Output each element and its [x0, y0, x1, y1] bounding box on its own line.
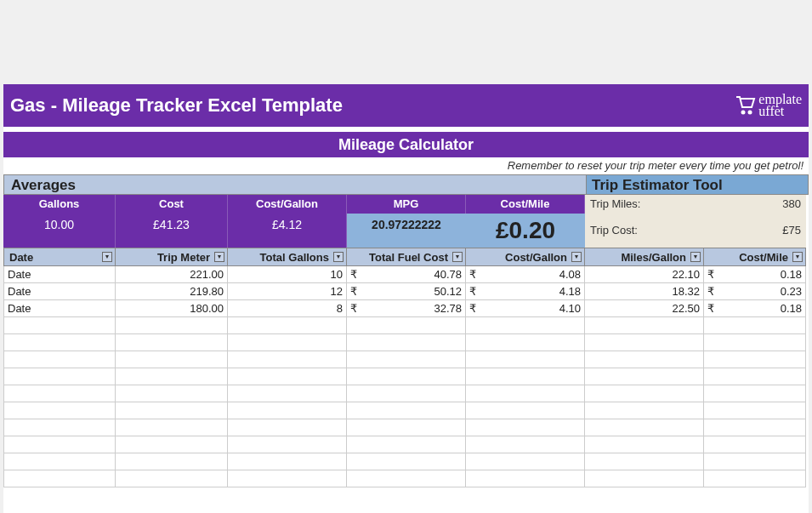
cell-total-gallons[interactable]: 10	[228, 266, 347, 283]
table-header-row: Date ▼ Trip Meter ▼ Total Gallons ▼ Tota…	[3, 248, 809, 266]
logo: emplate uffet	[733, 92, 802, 119]
cell-date[interactable]: Date	[3, 300, 116, 317]
table-row-empty[interactable]	[3, 419, 809, 436]
col-trip-meter[interactable]: Trip Meter ▼	[116, 248, 228, 266]
avg-value-cost-gallon: £4.12	[228, 214, 347, 248]
trip-miles-value[interactable]: 380	[704, 195, 806, 214]
col-total-gallons[interactable]: Total Gallons ▼	[228, 248, 347, 266]
section-headers: Averages Trip Estimator Tool	[3, 174, 809, 195]
cell-cost-mile[interactable]: ₹0.23	[704, 283, 806, 300]
avg-label-mpg: MPG	[347, 195, 466, 214]
avg-value-cost: £41.23	[116, 214, 228, 248]
cell-total-gallons[interactable]: 8	[228, 300, 347, 317]
table-row-empty[interactable]	[3, 334, 809, 351]
trip-cost-label: Trip Cost:	[585, 214, 704, 248]
logo-text-2: uffet	[758, 105, 802, 117]
cart-icon	[733, 92, 757, 119]
filter-icon[interactable]: ▼	[102, 252, 112, 262]
table-row-empty[interactable]	[3, 453, 809, 470]
svg-point-0	[741, 111, 746, 115]
table-row-empty[interactable]	[3, 402, 809, 419]
col-total-fuel-cost[interactable]: Total Fuel Cost ▼	[347, 248, 466, 266]
table-row[interactable]: Date221.0010₹40.78₹4.0822.10₹0.18	[3, 266, 809, 283]
cell-date[interactable]: Date	[3, 266, 116, 283]
cell-trip-meter[interactable]: 219.80	[116, 283, 228, 300]
avg-value-gallons: 10.00	[3, 214, 116, 248]
table-row-empty[interactable]	[3, 470, 809, 487]
avg-label-cost: Cost	[116, 195, 228, 214]
averages-header: Averages	[3, 174, 587, 195]
data-rows: Date221.0010₹40.78₹4.0822.10₹0.18Date219…	[3, 266, 809, 487]
cell-trip-meter[interactable]: 221.00	[116, 266, 228, 283]
filter-icon[interactable]: ▼	[333, 252, 344, 262]
cell-cost-gallon[interactable]: ₹4.08	[466, 266, 585, 283]
title-bar: Gas - Mileage Tracker Excel Template emp…	[3, 84, 809, 127]
trip-miles-label: Trip Miles:	[585, 195, 704, 214]
cell-miles-gallon[interactable]: 22.50	[585, 300, 704, 317]
table-row-empty[interactable]	[3, 317, 809, 334]
col-cost-gallon[interactable]: Cost/Gallon ▼	[466, 248, 585, 266]
table-row-empty[interactable]	[3, 436, 809, 453]
cell-miles-gallon[interactable]: 22.10	[585, 266, 704, 283]
table-row-empty[interactable]	[3, 351, 809, 368]
avg-value-cost-mile: £0.20	[466, 214, 585, 248]
col-cost-mile[interactable]: Cost/Mile ▼	[704, 248, 806, 266]
filter-icon[interactable]: ▼	[571, 252, 582, 262]
averages-label-row: Gallons Cost Cost/Gallon MPG Cost/Mile T…	[3, 195, 809, 214]
filter-icon[interactable]: ▼	[690, 252, 701, 262]
avg-label-gallons: Gallons	[3, 195, 116, 214]
cell-total-gallons[interactable]: 12	[228, 283, 347, 300]
spreadsheet-container: Gas - Mileage Tracker Excel Template emp…	[3, 84, 809, 513]
cell-cost-mile[interactable]: ₹0.18	[704, 266, 806, 283]
table-row-empty[interactable]	[3, 368, 809, 385]
trip-cost-value: £75	[704, 214, 806, 248]
cell-total-fuel-cost[interactable]: ₹50.12	[347, 283, 466, 300]
table-row[interactable]: Date219.8012₹50.12₹4.1818.32₹0.23	[3, 283, 809, 300]
cell-cost-gallon[interactable]: ₹4.10	[466, 300, 585, 317]
filter-icon[interactable]: ▼	[792, 252, 803, 262]
cell-total-fuel-cost[interactable]: ₹40.78	[347, 266, 466, 283]
cell-trip-meter[interactable]: 180.00	[116, 300, 228, 317]
cell-cost-gallon[interactable]: ₹4.18	[466, 283, 585, 300]
calculator-header: Mileage Calculator	[3, 132, 809, 157]
page-title: Gas - Mileage Tracker Excel Template	[10, 94, 343, 117]
cell-miles-gallon[interactable]: 18.32	[585, 283, 704, 300]
trip-estimator-header: Trip Estimator Tool	[587, 174, 809, 195]
avg-value-mpg: 20.97222222	[347, 214, 466, 248]
avg-label-cost-mile: Cost/Mile	[466, 195, 585, 214]
cell-date[interactable]: Date	[3, 283, 116, 300]
col-miles-gallon[interactable]: Miles/Gallon ▼	[585, 248, 704, 266]
svg-point-1	[748, 111, 752, 115]
avg-label-cost-gallon: Cost/Gallon	[228, 195, 347, 214]
table-row[interactable]: Date180.008₹32.78₹4.1022.50₹0.18	[3, 300, 809, 317]
reminder-text: Remember to reset your trip meter every …	[3, 157, 809, 174]
cell-cost-mile[interactable]: ₹0.18	[704, 300, 806, 317]
filter-icon[interactable]: ▼	[214, 252, 224, 262]
table-row-empty[interactable]	[3, 385, 809, 402]
col-date[interactable]: Date ▼	[3, 248, 116, 266]
averages-value-row: 10.00 £41.23 £4.12 20.97222222 £0.20 Tri…	[3, 214, 809, 248]
filter-icon[interactable]: ▼	[452, 252, 463, 262]
cell-total-fuel-cost[interactable]: ₹32.78	[347, 300, 466, 317]
